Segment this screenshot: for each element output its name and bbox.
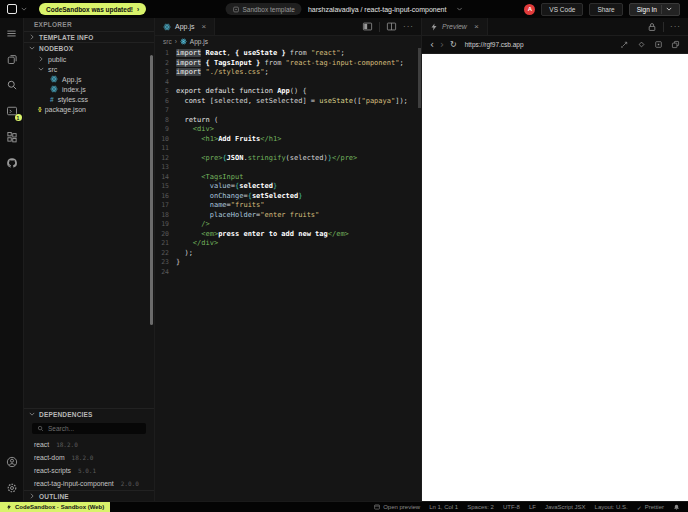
signin-chevron-icon[interactable] xyxy=(666,6,672,12)
section-outline[interactable]: OUTLINE xyxy=(24,490,154,501)
code-line[interactable]: 8 return ( xyxy=(155,116,421,126)
repo-title[interactable]: harshzalavadiya / react-tag-input-compon… xyxy=(308,6,447,13)
forward-icon[interactable]: › xyxy=(440,40,444,50)
code-line[interactable]: 9 <div> xyxy=(155,125,421,135)
status-item-spaces-2[interactable]: Spaces: 2 xyxy=(467,504,494,510)
section-template-info[interactable]: TEMPLATE INFO xyxy=(24,31,154,42)
explorer-files-icon[interactable] xyxy=(0,46,24,72)
status-item-label: Layout: U.S. xyxy=(595,504,628,510)
open-in-new-window-icon[interactable] xyxy=(671,40,680,49)
code-line[interactable]: 4 xyxy=(155,78,421,88)
status-item-open-preview[interactable]: Open preview xyxy=(374,504,420,510)
lock-icon[interactable] xyxy=(647,22,657,32)
code-line[interactable]: 20 <em>press enter to add new tag</em> xyxy=(155,230,421,240)
status-item-prettier[interactable]: ✓Prettier xyxy=(637,504,664,511)
split-editor-icon[interactable] xyxy=(362,21,373,32)
more-actions-icon[interactable]: ··· xyxy=(670,23,681,31)
account-icon[interactable] xyxy=(0,449,24,475)
code-line[interactable]: 23} xyxy=(155,258,421,268)
tab-label: Preview xyxy=(442,23,467,30)
codesandbox-logo-icon[interactable] xyxy=(7,4,17,14)
github-icon[interactable] xyxy=(0,150,24,176)
code-line[interactable]: 10 <h1>Add Fruits</h1> xyxy=(155,135,421,145)
code-line[interactable]: 12 <pre>{JSON.stringify(selected)}</pre> xyxy=(155,154,421,164)
code-line[interactable]: 24 xyxy=(155,268,421,278)
code-area[interactable]: 1import React, { useState } from "react"… xyxy=(155,47,421,501)
menu-icon[interactable] xyxy=(0,20,24,46)
sidebar-scrollbar[interactable] xyxy=(150,55,153,325)
layout-columns-icon[interactable] xyxy=(386,21,397,32)
tree-item-public[interactable]: public xyxy=(24,54,154,64)
status-badge-label: CodeSandbox · Sandbox (Web) xyxy=(15,504,104,510)
codesandbox-status-badge[interactable]: CodeSandbox · Sandbox (Web) xyxy=(0,502,110,512)
back-icon[interactable]: ‹ xyxy=(430,40,434,50)
preview-url[interactable]: https://rgf97.csb.app xyxy=(465,41,524,48)
repo-chevron-icon[interactable] xyxy=(456,6,462,12)
code-text: export default function App() { xyxy=(176,87,307,97)
code-line[interactable]: 15 value={selected} xyxy=(155,182,421,192)
tree-item-package.json[interactable]: {}package.json xyxy=(24,104,154,114)
breadcrumb[interactable]: src › App.js xyxy=(155,36,421,47)
section-nodebox[interactable]: NODEBOX xyxy=(24,42,154,53)
code-line[interactable]: 7 xyxy=(155,106,421,116)
dependency-search-input[interactable]: Search... xyxy=(32,423,146,434)
extensions-icon[interactable] xyxy=(0,124,24,150)
code-text: import "./styles.css"; xyxy=(176,68,269,78)
status-item-lf[interactable]: LF xyxy=(529,504,536,510)
code-line[interactable]: 2import { TagsInput } from "react-tag-in… xyxy=(155,59,421,69)
qr-code-icon[interactable] xyxy=(654,40,663,49)
tab-appjs[interactable]: App.js × xyxy=(155,18,215,35)
status-item-bell[interactable] xyxy=(673,504,680,511)
settings-gear-icon[interactable] xyxy=(0,475,24,501)
tab-close-icon[interactable]: × xyxy=(201,23,206,31)
code-line[interactable]: 14 <TagsInput xyxy=(155,173,421,183)
responsive-mode-icon[interactable] xyxy=(637,40,646,49)
update-badge[interactable]: CodeSandbox was updated! › xyxy=(39,3,146,15)
status-item-label: Open preview xyxy=(383,504,420,510)
dependency-react-scripts[interactable]: react-scripts5.0.1 xyxy=(24,464,154,477)
code-line[interactable]: 6 const [selected, setSelected] = useSta… xyxy=(155,97,421,107)
dependency-list: react18.2.0react-dom18.2.0react-scripts5… xyxy=(24,438,154,490)
code-line[interactable]: 21 </div> xyxy=(155,239,421,249)
status-item-utf-8[interactable]: UTF-8 xyxy=(503,504,520,510)
editor-scrollbar[interactable] xyxy=(418,48,421,108)
code-line[interactable]: 3import "./styles.css"; xyxy=(155,68,421,78)
workspace-chevron-icon[interactable] xyxy=(21,6,27,12)
dependency-react[interactable]: react18.2.0 xyxy=(24,438,154,451)
code-line[interactable]: 1import React, { useState } from "react"… xyxy=(155,49,421,59)
signin-button[interactable]: Sign In xyxy=(629,3,680,16)
more-actions-icon[interactable]: ··· xyxy=(403,23,414,31)
preview-iframe[interactable] xyxy=(422,54,688,501)
code-line[interactable]: 13 xyxy=(155,163,421,173)
breadcrumb-file[interactable]: App.js xyxy=(190,38,208,45)
dependency-react-tag-input-component[interactable]: react-tag-input-component2.0.0 xyxy=(24,477,154,490)
code-line[interactable]: 19 /> xyxy=(155,220,421,230)
status-item-label: Prettier xyxy=(645,504,664,510)
tree-item-index.js[interactable]: index.js xyxy=(24,84,154,94)
code-line[interactable]: 5export default function App() { xyxy=(155,87,421,97)
devtools-icon[interactable]: 1 xyxy=(0,98,24,124)
refresh-icon[interactable]: ↻ xyxy=(450,40,457,49)
code-line[interactable]: 18 placeHolder="enter fruits" xyxy=(155,211,421,221)
status-item-ln-1-col-1[interactable]: Ln 1, Col 1 xyxy=(429,504,458,510)
inspect-pointer-icon[interactable] xyxy=(620,40,629,49)
code-line[interactable]: 16 onChange={setSelected} xyxy=(155,192,421,202)
vscode-button[interactable]: VS Code xyxy=(541,3,583,16)
share-button[interactable]: Share xyxy=(589,3,622,16)
code-line[interactable]: 22 ); xyxy=(155,249,421,259)
tab-close-icon[interactable]: × xyxy=(474,23,479,31)
status-item-layout-u-s-[interactable]: Layout: U.S. xyxy=(595,504,628,510)
code-line[interactable]: 17 name="fruits" xyxy=(155,201,421,211)
tree-item-styles.css[interactable]: #styles.css xyxy=(24,94,154,104)
status-item-javascript-jsx[interactable]: JavaScript JSX xyxy=(545,504,586,510)
breadcrumb-root[interactable]: src xyxy=(163,38,172,45)
sandbox-template-badge[interactable]: Sandbox template xyxy=(226,3,302,15)
search-icon[interactable] xyxy=(0,72,24,98)
code-line[interactable]: 11 xyxy=(155,144,421,154)
section-dependencies[interactable]: DEPENDENCIES xyxy=(24,408,154,419)
user-avatar[interactable]: A xyxy=(524,4,535,15)
tab-preview[interactable]: Preview × xyxy=(422,18,488,35)
tree-item-App.js[interactable]: App.js xyxy=(24,74,154,84)
dependency-react-dom[interactable]: react-dom18.2.0 xyxy=(24,451,154,464)
tree-item-src[interactable]: src xyxy=(24,64,154,74)
